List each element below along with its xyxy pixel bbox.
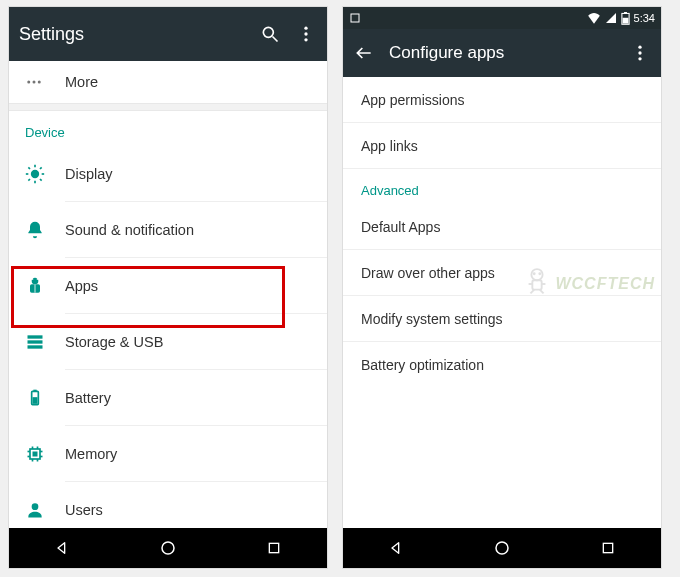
battery-label: Battery [65,390,311,406]
apps-label: Apps [65,278,311,294]
svg-point-45 [638,46,641,49]
bell-icon [25,220,65,240]
svg-point-46 [638,51,641,54]
svg-point-18 [32,278,34,280]
svg-line-16 [40,167,42,169]
svg-rect-22 [28,335,43,338]
svg-rect-43 [624,12,627,13]
row-modify-system[interactable]: Modify system settings [343,296,661,342]
svg-line-1 [273,37,278,42]
default-apps-label: Default Apps [361,219,440,235]
draw-over-label: Draw over other apps [361,265,495,281]
storage-label: Storage & USB [65,334,311,350]
memory-icon [25,444,65,464]
device-header: Device [9,111,327,146]
nav-bar-left [9,528,327,568]
svg-rect-40 [269,543,278,552]
svg-rect-23 [28,340,43,343]
nav-bar-right [343,528,661,568]
svg-rect-44 [622,17,628,23]
nav-home-icon[interactable] [158,538,178,558]
phone-configure-apps: 5:34 Configure apps App permissions App … [342,6,662,569]
search-icon[interactable] [259,23,281,45]
row-memory[interactable]: Memory [9,426,327,481]
row-display[interactable]: Display [9,146,327,201]
row-default-apps[interactable]: Default Apps [343,204,661,250]
row-sound[interactable]: Sound & notification [9,202,327,257]
row-more[interactable]: More [9,61,327,103]
configure-content: App permissions App links Advanced Defau… [343,77,661,528]
row-battery-opt[interactable]: Battery optimization [343,342,661,388]
svg-point-5 [27,81,30,84]
advanced-header: Advanced [343,169,661,204]
svg-point-0 [263,27,273,37]
nav-back-icon[interactable] [386,538,406,558]
wifi-icon [587,12,601,24]
overflow-icon[interactable] [295,23,317,45]
svg-line-13 [28,167,30,169]
nav-recent-icon[interactable] [264,538,284,558]
row-battery[interactable]: Battery [9,370,327,425]
svg-point-4 [304,38,307,41]
appbar-title: Settings [19,24,245,45]
row-app-permissions[interactable]: App permissions [343,77,661,123]
settings-content: More Device Display Sound & notification… [9,61,327,528]
status-notif-icon [349,12,361,24]
status-time: 5:34 [634,12,655,24]
svg-point-8 [31,169,39,177]
users-icon [25,500,65,520]
app-permissions-label: App permissions [361,92,465,108]
svg-line-15 [28,179,30,181]
battery-icon [25,388,65,408]
section-gap [9,103,327,111]
display-label: Display [65,166,311,182]
svg-point-2 [304,27,307,30]
svg-line-14 [40,179,42,181]
svg-point-39 [162,542,174,554]
apps-icon [25,276,65,296]
battery-opt-label: Battery optimization [361,357,484,373]
nav-recent-icon[interactable] [598,538,618,558]
svg-rect-57 [603,543,612,552]
svg-rect-26 [33,389,36,391]
app-bar-configure: Configure apps [343,29,661,77]
svg-rect-24 [28,345,43,348]
row-draw-over[interactable]: Draw over other apps [343,250,661,296]
signal-icon [605,12,617,24]
modify-system-label: Modify system settings [361,311,503,327]
row-storage[interactable]: Storage & USB [9,314,327,369]
status-bar: 5:34 [343,7,661,29]
more-icon [25,73,65,91]
svg-point-7 [38,81,41,84]
nav-home-icon[interactable] [492,538,512,558]
svg-point-38 [32,503,39,510]
row-app-links[interactable]: App links [343,123,661,169]
overflow-icon-right[interactable] [629,42,651,64]
appbar-title-right: Configure apps [389,43,615,63]
svg-rect-29 [33,451,38,456]
row-users[interactable]: Users [9,482,327,528]
svg-point-56 [496,542,508,554]
back-arrow-icon[interactable] [353,42,375,64]
svg-rect-27 [33,397,38,404]
memory-label: Memory [65,446,311,462]
svg-point-47 [638,57,641,60]
row-apps[interactable]: Apps [9,258,327,313]
app-bar-settings: Settings [9,7,327,61]
storage-icon [25,332,65,352]
users-label: Users [65,502,311,518]
phone-settings: Settings More Device Display So [8,6,328,569]
more-label: More [65,74,311,90]
status-battery-icon [621,12,630,25]
svg-rect-41 [351,14,359,22]
sound-label: Sound & notification [65,222,311,238]
svg-point-19 [37,278,39,280]
svg-point-3 [304,32,307,35]
display-icon [25,164,65,184]
nav-back-icon[interactable] [52,538,72,558]
app-links-label: App links [361,138,418,154]
svg-point-6 [33,81,36,84]
